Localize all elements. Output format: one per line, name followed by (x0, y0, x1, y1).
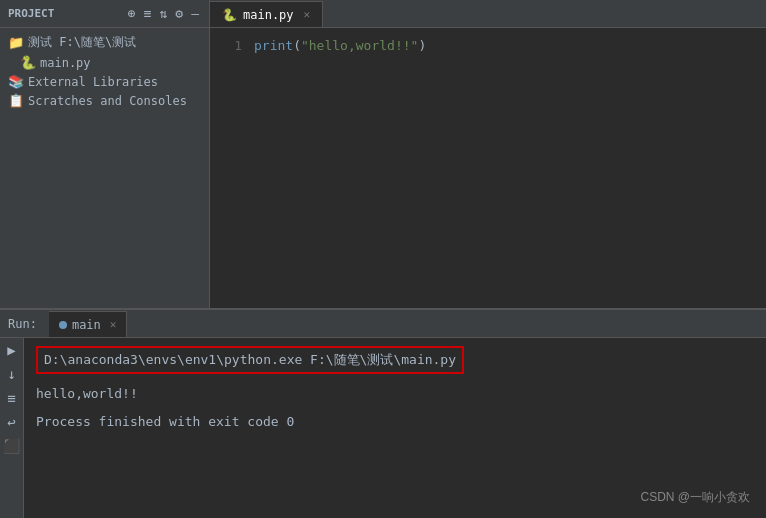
add-icon[interactable]: ⊕ (126, 5, 138, 22)
code-string: "hello,world!!" (301, 38, 418, 53)
bottom-panel: Run: main ✕ ▶ ↓ ≡ ↩ ⬛ D:\anaconda3\envs\… (0, 308, 766, 518)
bottom-tab-label: main (72, 318, 101, 332)
sidebar-item-root-folder[interactable]: 📁 测试 F:\随笔\测试 (0, 32, 209, 53)
bottom-tabs: Run: main ✕ (0, 310, 766, 338)
stop-icon[interactable]: ⬛ (2, 438, 22, 454)
sidebar-header-icons: ⊕ ≡ ⇅ ⚙ – (126, 5, 201, 22)
tab-close-button[interactable]: ✕ (304, 8, 311, 21)
wrap-icon[interactable]: ↩ (2, 414, 22, 430)
code-print-keyword: print (254, 38, 293, 53)
sidebar-title: Project (8, 7, 54, 20)
list-icon[interactable]: ≡ (142, 5, 154, 22)
code-area[interactable]: print("hello,world!!") (250, 28, 766, 308)
sidebar-item-label-ext: External Libraries (28, 75, 158, 89)
terminal-output-line-2: Process finished with exit code 0 (36, 412, 754, 432)
sidebar: Project ⊕ ≡ ⇅ ⚙ – 📁 测试 F:\随笔\测试 🐍 (0, 0, 210, 308)
folder-icon: 📁 (8, 35, 24, 50)
bottom-tab-close[interactable]: ✕ (110, 318, 117, 331)
run-label: Run: (0, 317, 45, 331)
sidebar-tree: 📁 测试 F:\随笔\测试 🐍 main.py 📚 External Libra… (0, 28, 209, 308)
scratches-icon: 📋 (8, 93, 24, 108)
filter-icon[interactable]: ≡ (2, 390, 22, 406)
python-file-icon: 🐍 (20, 55, 36, 70)
scroll-down-icon[interactable]: ↓ (2, 366, 22, 382)
code-close-paren: ) (418, 38, 426, 53)
tab-status-dot (59, 321, 67, 329)
rerun-icon[interactable]: ▶ (2, 342, 22, 358)
editor-content: 1 print("hello,world!!") (210, 28, 766, 308)
editor-tab-label: main.py (243, 8, 294, 22)
settings-icon[interactable]: ⚙ (173, 5, 185, 22)
editor-area: 🐍 main.py ✕ 1 print("hello,world!!") (210, 0, 766, 308)
sidebar-header: Project ⊕ ≡ ⇅ ⚙ – (0, 0, 209, 28)
sidebar-item-label-scratches: Scratches and Consoles (28, 94, 187, 108)
terminal-command: D:\anaconda3\envs\env1\python.exe F:\随笔\… (36, 346, 464, 374)
external-libs-icon: 📚 (8, 74, 24, 89)
code-open-paren: ( (293, 38, 301, 53)
terminal-output-line-1: hello,world!! (36, 384, 754, 404)
sidebar-item-external-libs[interactable]: 📚 External Libraries (0, 72, 209, 91)
sidebar-item-label-main-py: main.py (40, 56, 91, 70)
bottom-tab-main[interactable]: main ✕ (49, 311, 128, 337)
editor-tab-main-py[interactable]: 🐍 main.py ✕ (210, 1, 323, 27)
terminal-blank-1 (36, 404, 754, 412)
sidebar-item-main-py[interactable]: 🐍 main.py (0, 53, 209, 72)
editor-tabs: 🐍 main.py ✕ (210, 0, 766, 28)
sidebar-item-label-root: 测试 F:\随笔\测试 (28, 34, 136, 51)
line-numbers: 1 (210, 28, 250, 308)
bottom-side-icons: ▶ ↓ ≡ ↩ ⬛ (0, 338, 24, 518)
watermark: CSDN @一响小贪欢 (640, 489, 750, 506)
collapse-icon[interactable]: – (189, 5, 201, 22)
sidebar-item-scratches[interactable]: 📋 Scratches and Consoles (0, 91, 209, 110)
line-number-1: 1 (210, 36, 242, 56)
sort-icon[interactable]: ⇅ (158, 5, 170, 22)
tab-py-icon: 🐍 (222, 8, 237, 22)
